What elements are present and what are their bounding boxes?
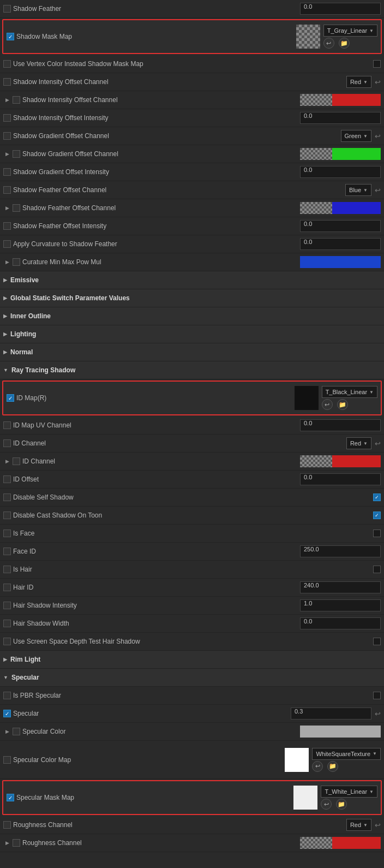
reset-icon-shadow-intensity[interactable]: ↩	[375, 78, 381, 86]
row-shadow-gradient-channel-bar: ▶ Shadow Gradient Offset Channel	[0, 145, 384, 163]
checkbox-shadow-gradient-bar[interactable]	[13, 150, 20, 158]
checkbox-shadow-intensity-bar[interactable]	[13, 96, 20, 104]
dropdown-id-map-texture[interactable]: T_Black_Linear ▼	[322, 386, 377, 398]
checkbox-use-vertex-color[interactable]	[3, 60, 11, 68]
row-use-vertex-color: Use Vertex Color Instead Shadow Mask Map	[0, 55, 384, 73]
checkbox-is-hair[interactable]	[3, 566, 11, 573]
input-hair-id[interactable]: 240.0	[300, 581, 381, 593]
input-hair-shadow-width[interactable]: 0.0	[300, 617, 381, 629]
dropdown-id-channel[interactable]: Red ▼	[346, 437, 371, 449]
row-id-map: ID Map(R) T_Black_Linear ▼ ↩ 📁	[2, 381, 382, 415]
reset-icon-shadow-feather[interactable]: ↩	[375, 186, 381, 194]
checkbox-apply-curvature[interactable]	[3, 240, 11, 248]
dropdown-shadow-mask-texture[interactable]: T_Gray_Linear ▼	[323, 25, 377, 37]
expand-arrow-shadow-feather[interactable]: ▶	[5, 205, 9, 211]
blue-bar-curvature	[300, 256, 381, 268]
reset-specular-mask-icon[interactable]: ↩	[321, 799, 332, 810]
input-id-offset[interactable]: 0.0	[300, 473, 381, 485]
input-hair-shadow-intensity[interactable]: 1.0	[300, 599, 381, 611]
input-id-map-uv[interactable]: 0.0	[300, 419, 381, 431]
dropdown-roughness-channel[interactable]: Red ▼	[346, 819, 371, 831]
checkbox-specular-mask-map[interactable]	[7, 794, 14, 801]
checkbox-specular-color-map[interactable]	[3, 756, 11, 764]
expand-arrow-id-channel[interactable]: ▶	[5, 459, 9, 464]
row-specular-mask-map: Specular Mask Map T_White_Linear ▼ ↩ 📁	[2, 780, 382, 815]
reset-id-map-icon[interactable]: ↩	[322, 399, 333, 410]
checkbox-shadow-mask-map[interactable]	[7, 33, 14, 40]
input-shadow-gradient-intensity[interactable]: 0.0	[300, 166, 381, 178]
input-apply-curvature[interactable]: 0.0	[300, 238, 381, 250]
checkbox-is-pbr-specular[interactable]	[3, 692, 11, 699]
reset-specular-color-map-icon[interactable]: ↩	[312, 761, 323, 772]
checkbox-roughness-bar[interactable]	[13, 839, 20, 847]
checkbox-id-channel-bar[interactable]	[13, 457, 20, 465]
dropdown-specular-color-map-texture[interactable]: WhiteSquareTexture ▼	[312, 748, 381, 760]
checkbox-roughness-dd[interactable]	[3, 821, 11, 829]
checkbox-shadow-intensity-dd[interactable]	[3, 78, 11, 86]
section-lighting[interactable]: ▶ Lighting	[0, 325, 384, 343]
checkbox-shadow-feather-dd[interactable]	[3, 186, 11, 194]
input-face-id[interactable]: 250.0	[300, 545, 381, 557]
label-apply-curvature: Apply Curvature to Shadow Feather	[13, 240, 298, 248]
row-hair-shadow-intensity: Hair Shadow Intensity 1.0	[0, 597, 384, 615]
dropdown-shadow-feather-channel[interactable]: Blue ▼	[345, 184, 371, 196]
checkbox-disable-self-shadow[interactable]	[3, 494, 11, 501]
checkbox-id-map[interactable]	[7, 394, 14, 402]
arrow-normal: ▶	[3, 349, 7, 355]
section-normal[interactable]: ▶ Normal	[0, 343, 384, 361]
expand-arrow-curvature[interactable]: ▶	[5, 259, 9, 265]
section-ray-tracing[interactable]: ▼ Ray Tracing Shadow	[0, 361, 384, 379]
checkbox-use-screen-space[interactable]	[3, 638, 11, 645]
section-emissive[interactable]: ▶ Emissive	[0, 271, 384, 289]
reset-icon-shadow-gradient[interactable]: ↩	[375, 132, 381, 140]
expand-arrow-shadow-gradient[interactable]: ▶	[5, 151, 9, 157]
checkbox-shadow-feather[interactable]	[3, 5, 11, 13]
checkbox-shadow-feather-intensity[interactable]	[3, 222, 11, 230]
checkbox-is-face[interactable]	[3, 530, 11, 537]
input-shadow-intensity-intensity[interactable]: 0.0	[300, 112, 381, 124]
label-lighting: Lighting	[10, 330, 36, 338]
checkbox-shadow-feather-bar[interactable]	[13, 204, 20, 212]
input-specular-val[interactable]: 0.3	[291, 708, 371, 720]
texture-preview-specular-mask	[293, 786, 317, 810]
reset-icon-roughness[interactable]: ↩	[375, 821, 381, 829]
browse-specular-mask-icon[interactable]: 📁	[336, 799, 347, 810]
dropdown-shadow-intensity-channel[interactable]: Red ▼	[346, 76, 371, 88]
input-shadow-feather-intensity[interactable]: 0.0	[300, 220, 381, 232]
browse-id-map-icon[interactable]: 📁	[337, 399, 348, 410]
checkbox-id-map-uv[interactable]	[3, 421, 11, 429]
label-ray-tracing: Ray Tracing Shadow	[11, 366, 75, 374]
dropdown-specular-mask-texture[interactable]: T_White_Linear ▼	[321, 786, 377, 798]
checkbox-curvature-min[interactable]	[13, 258, 20, 266]
reset-texture-icon[interactable]: ↩	[323, 38, 334, 49]
checkbox-shadow-gradient-dd[interactable]	[3, 132, 11, 140]
checkbox-hair-shadow-intensity[interactable]	[3, 602, 11, 609]
section-specular[interactable]: ▼ Specular	[0, 669, 384, 687]
expand-arrow-shadow-intensity[interactable]: ▶	[5, 97, 9, 103]
dropdown-shadow-gradient-channel[interactable]: Green ▼	[341, 130, 372, 142]
section-rim-light[interactable]: ▶ Rim Light	[0, 651, 384, 669]
checkbox-specular-color[interactable]	[13, 728, 20, 735]
checkbox-disable-cast-shadow[interactable]	[3, 512, 11, 519]
expand-arrow-roughness[interactable]: ▶	[5, 840, 9, 846]
value-is-hair	[373, 566, 381, 573]
browse-texture-icon[interactable]: 📁	[339, 38, 350, 49]
row-shadow-feather-channel-dd: Shadow Feather Offset Channel Blue ▼ ↩	[0, 181, 384, 199]
checkbox-shadow-gradient-intensity[interactable]	[3, 168, 11, 176]
checkbox-face-id[interactable]	[3, 548, 11, 555]
color-bar-shadow-intensity	[300, 94, 381, 106]
expand-arrow-specular-color[interactable]: ▶	[5, 729, 9, 734]
checkbox-id-offset[interactable]	[3, 475, 11, 483]
checkbox-id-channel-dd[interactable]	[3, 439, 11, 447]
checkbox-hair-shadow-width[interactable]	[3, 620, 11, 627]
section-global-static[interactable]: ▶ Global Static Switch Parameter Values	[0, 289, 384, 307]
browse-specular-color-map-icon[interactable]: 📁	[327, 761, 338, 772]
reset-icon-id-channel[interactable]: ↩	[375, 439, 381, 448]
texture-controls-id-map: T_Black_Linear ▼ ↩ 📁	[322, 386, 377, 410]
input-shadow-feather[interactable]: 0.0	[300, 3, 381, 15]
reset-icon-specular[interactable]: ↩	[375, 710, 381, 718]
checkbox-shadow-intensity-intensity[interactable]	[3, 114, 11, 122]
checkbox-specular-val[interactable]	[3, 710, 11, 717]
section-inner-outline[interactable]: ▶ Inner Outline	[0, 307, 384, 325]
checkbox-hair-id[interactable]	[3, 584, 11, 591]
